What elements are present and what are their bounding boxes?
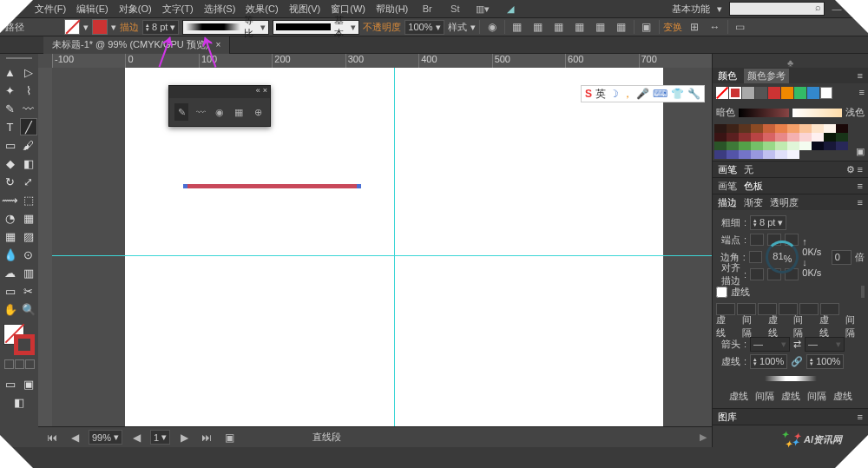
recolor-icon[interactable]: ◉ bbox=[483, 19, 501, 35]
panel-close-icon[interactable]: × bbox=[263, 86, 267, 98]
panel-pen-icon[interactable]: ✎ bbox=[174, 103, 188, 121]
panel-menu-icon[interactable]: ⚙ ≡ bbox=[846, 164, 863, 175]
panel-menu-icon[interactable]: ≡ bbox=[858, 70, 863, 81]
opacity-label[interactable]: 不透明度 bbox=[363, 21, 401, 34]
menu-file[interactable]: 文件(F) bbox=[35, 3, 66, 16]
rotate-tool[interactable]: ↻ bbox=[2, 173, 19, 190]
zoom-tool[interactable]: 🔍 bbox=[20, 300, 37, 318]
align-center-icon[interactable]: ▦ bbox=[529, 19, 547, 35]
xy-icon[interactable]: ⊞ bbox=[686, 19, 703, 35]
ime-bar[interactable]: S 英 ☽ ， 🎤 ⌨ 👕 🔧 bbox=[581, 85, 705, 102]
swatch-menu-icon[interactable]: ≡ bbox=[859, 87, 865, 97]
menu-view[interactable]: 视图(V) bbox=[289, 3, 321, 16]
align-left-icon[interactable]: ▦ bbox=[509, 19, 526, 35]
perspective-tool[interactable]: ▦ bbox=[20, 209, 37, 227]
fill-swatch[interactable] bbox=[64, 19, 80, 35]
menu-select[interactable]: 选择(S) bbox=[204, 3, 236, 16]
shape-builder-tool[interactable]: ◔ bbox=[2, 209, 19, 227]
width-tool[interactable]: ⟿ bbox=[2, 191, 19, 208]
tab-transparency[interactable]: 透明度 bbox=[770, 196, 799, 209]
guide-vertical[interactable] bbox=[394, 68, 395, 426]
align-center[interactable] bbox=[750, 268, 764, 280]
drawn-line[interactable] bbox=[183, 184, 361, 188]
type-tool[interactable]: T bbox=[2, 118, 19, 135]
slice-tool[interactable]: ✂ bbox=[20, 282, 37, 300]
color-mode-icon[interactable] bbox=[4, 359, 14, 369]
ime-lang[interactable]: 英 bbox=[595, 87, 606, 102]
zoom-field[interactable]: 99%▾ bbox=[89, 430, 122, 445]
ime-skin-icon[interactable]: 👕 bbox=[671, 88, 684, 100]
opacity-field[interactable]: 100%▾ bbox=[404, 20, 444, 35]
artboard-tool[interactable]: ▭ bbox=[2, 282, 19, 300]
page-field[interactable]: 1▾ bbox=[150, 430, 170, 445]
none-mode-icon[interactable] bbox=[25, 359, 35, 369]
brush-select[interactable]: 基本 bbox=[273, 20, 359, 35]
tab-color[interactable]: 颜色 bbox=[718, 69, 737, 82]
align-mid-icon[interactable]: ▦ bbox=[592, 19, 609, 35]
menu-type[interactable]: 文字(T) bbox=[162, 3, 194, 16]
hand-tool[interactable]: ✋ bbox=[2, 300, 19, 318]
last-art-icon[interactable]: ⏭ bbox=[198, 430, 215, 445]
artboard-nav-icon[interactable]: ▣ bbox=[220, 430, 238, 445]
dash-toggle[interactable] bbox=[716, 287, 727, 298]
arrange-icon[interactable]: ▥▾ bbox=[474, 1, 491, 16]
wh-icon[interactable]: ↔ bbox=[707, 19, 724, 35]
tab-brush[interactable]: 画笔 bbox=[718, 163, 737, 176]
direct-select-tool[interactable]: ▷ bbox=[20, 63, 37, 81]
search-input[interactable] bbox=[729, 2, 825, 16]
scale-tool[interactable]: ⤢ bbox=[20, 173, 37, 190]
shaper-tool[interactable]: ◆ bbox=[2, 155, 19, 172]
fill-stroke-proxy[interactable] bbox=[3, 324, 35, 355]
weight-field[interactable]: ▴▾8 pt▾ bbox=[750, 215, 786, 230]
pen-tool[interactable]: ✎ bbox=[2, 100, 19, 117]
graph-tool[interactable]: ▥ bbox=[20, 264, 37, 281]
align-right-icon[interactable]: ▦ bbox=[550, 19, 568, 35]
transform-label[interactable]: 变换 bbox=[663, 21, 682, 34]
tab-gradient[interactable]: 渐变 bbox=[744, 196, 763, 209]
mesh-tool[interactable]: ▦ bbox=[2, 227, 19, 245]
menu-edit[interactable]: 编辑(E) bbox=[76, 3, 108, 16]
lasso-tool[interactable]: ⌇ bbox=[20, 82, 37, 99]
stock-icon[interactable]: St bbox=[446, 1, 464, 16]
stroke-label[interactable]: 描边 bbox=[120, 21, 139, 34]
arrow-end[interactable]: — bbox=[805, 337, 845, 352]
bridge-icon[interactable]: Br bbox=[418, 1, 436, 16]
eyedropper-tool[interactable]: 💧 bbox=[2, 246, 19, 263]
ruler-vertical[interactable] bbox=[38, 68, 52, 426]
ime-punct-icon[interactable]: ， bbox=[622, 87, 633, 102]
panel-polar-icon[interactable]: ⊕ bbox=[251, 103, 265, 121]
eraser-tool[interactable]: ◧ bbox=[20, 155, 37, 172]
blend-tool[interactable]: ⊙ bbox=[20, 246, 37, 263]
ime-tool-icon[interactable]: 🔧 bbox=[687, 88, 700, 100]
tab-library[interactable]: 图库 bbox=[718, 411, 737, 424]
symbol-tool[interactable]: ☁ bbox=[2, 264, 19, 281]
gradient-tool[interactable]: ▨ bbox=[20, 227, 37, 245]
panel-collapse-icon[interactable]: « bbox=[256, 86, 260, 98]
selection-tool[interactable]: ▲ bbox=[2, 63, 19, 81]
menu-help[interactable]: 帮助(H) bbox=[376, 3, 408, 16]
shape-mode-icon[interactable]: ▣ bbox=[638, 19, 655, 35]
screen-full-icon[interactable]: ▣ bbox=[20, 375, 37, 392]
rect-tool[interactable]: ▭ bbox=[2, 136, 19, 154]
isolate-icon[interactable]: ▭ bbox=[732, 19, 749, 35]
palette-new-icon[interactable]: ▣ bbox=[856, 146, 865, 157]
align-top-icon[interactable]: ▦ bbox=[571, 19, 589, 35]
recent-swatches[interactable]: ≡ bbox=[713, 83, 868, 102]
profile-preview[interactable] bbox=[765, 376, 817, 381]
ime-key-icon[interactable]: ⌨ bbox=[653, 88, 667, 100]
floating-stroke-panel[interactable]: «× ✎ 〰 ◉ ▦ ⊕ bbox=[168, 85, 271, 127]
panel-curve-icon[interactable]: 〰 bbox=[194, 103, 207, 121]
brush-tool[interactable]: 🖌 bbox=[20, 136, 37, 154]
panel-spiral-icon[interactable]: ◉ bbox=[213, 103, 227, 121]
style-label[interactable]: 样式 bbox=[448, 21, 467, 34]
dash-opt2[interactable] bbox=[863, 286, 865, 298]
ruler-horizontal[interactable]: -1000100200300400500600700 bbox=[52, 54, 712, 68]
gpu-icon[interactable]: ◢ bbox=[502, 1, 519, 16]
tab-close-icon[interactable]: × bbox=[215, 40, 220, 49]
curvature-tool[interactable]: 〰 bbox=[20, 100, 37, 117]
align-bot-icon[interactable]: ▦ bbox=[613, 19, 630, 35]
color-palette[interactable]: ▣ bbox=[713, 122, 868, 161]
tab-stroke[interactable]: 描边 bbox=[718, 196, 737, 209]
corner-miter[interactable] bbox=[749, 251, 762, 263]
document-tab[interactable]: 未标题-1* @ 99% (CMYK/GPU 预览)× bbox=[43, 36, 230, 54]
